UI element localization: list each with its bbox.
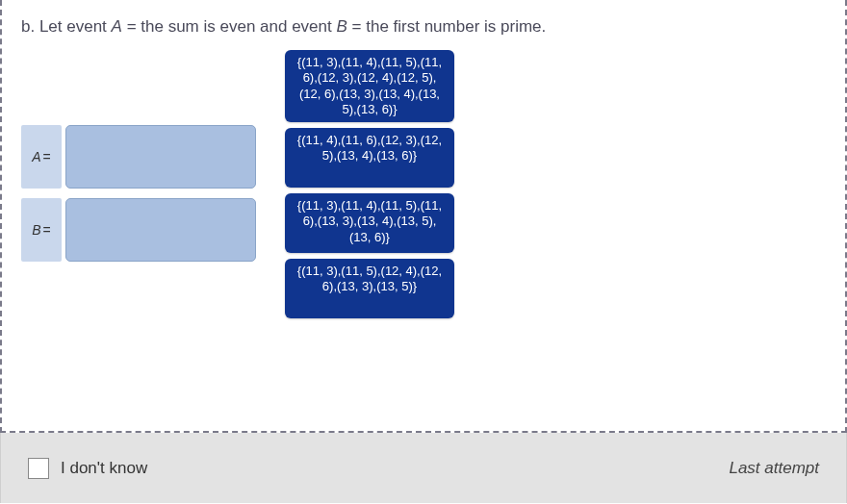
- target-label-a: A=: [21, 125, 62, 189]
- target-row-a: A=: [21, 125, 256, 189]
- target-label-b: B=: [21, 198, 62, 262]
- dropzone-b[interactable]: [65, 198, 256, 262]
- label-a-letter: A: [32, 149, 40, 164]
- choice-3[interactable]: {(11, 3),(11, 4),(11, 5),(11, 6),(13, 3)…: [285, 193, 454, 253]
- last-attempt-label: Last attempt: [729, 459, 819, 478]
- i-dont-know[interactable]: I don't know: [28, 458, 147, 479]
- choice-4[interactable]: {(11, 3),(11, 5),(12, 4),(12, 6),(13, 3)…: [285, 259, 454, 318]
- question-panel: b. Let event A = the sum is even and eve…: [0, 0, 847, 433]
- label-a-eq: =: [43, 149, 51, 164]
- drop-targets: A= B=: [21, 125, 256, 262]
- choice-1[interactable]: {(11, 3),(11, 4),(11, 5),(11, 6),(12, 3)…: [285, 50, 454, 122]
- choice-4-text: {(11, 3),(11, 5),(12, 4),(12, 6),(13, 3)…: [293, 264, 447, 295]
- idk-checkbox[interactable]: [28, 458, 49, 479]
- label-b-letter: B: [32, 222, 40, 238]
- prompt-mid2: = the first number is prime.: [347, 17, 546, 36]
- question-prompt: b. Let event A = the sum is even and eve…: [21, 17, 834, 37]
- event-b-symbol: B: [336, 17, 346, 36]
- dropzone-a[interactable]: [65, 125, 256, 189]
- choice-3-text: {(11, 3),(11, 4),(11, 5),(11, 6),(13, 3)…: [293, 198, 447, 245]
- event-a-symbol: A: [112, 17, 122, 36]
- label-b-eq: =: [43, 222, 51, 238]
- prompt-prefix: b. Let event: [21, 17, 112, 36]
- choice-2-text: {(11, 4),(11, 6),(12, 3),(12, 5),(13, 4)…: [293, 133, 447, 164]
- answer-choices: {(11, 3),(11, 4),(11, 5),(11, 6),(12, 3)…: [285, 50, 454, 318]
- choice-2[interactable]: {(11, 4),(11, 6),(12, 3),(12, 5),(13, 4)…: [285, 128, 454, 188]
- choice-1-text: {(11, 3),(11, 4),(11, 5),(11, 6),(12, 3)…: [293, 55, 447, 117]
- footer-bar: I don't know Last attempt: [0, 433, 847, 503]
- idk-label: I don't know: [61, 459, 147, 478]
- target-row-b: B=: [21, 198, 256, 262]
- work-row: A= B= {(11, 3),(11, 4),(11, 5),(11, 6),(…: [21, 50, 834, 318]
- prompt-mid1: = the sum is even and event: [122, 17, 337, 36]
